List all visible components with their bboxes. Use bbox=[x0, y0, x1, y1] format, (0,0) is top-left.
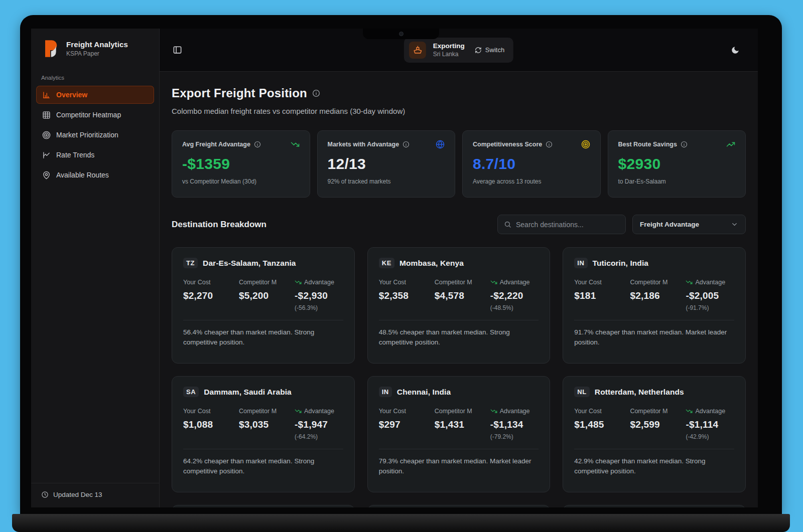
country-code-badge: KE bbox=[379, 258, 394, 268]
advantage-percent: (-91.7%) bbox=[686, 304, 734, 311]
destination-note: 79.3% cheaper than market median. Market… bbox=[379, 456, 539, 477]
info-icon[interactable] bbox=[312, 89, 320, 97]
country-code-badge: NL bbox=[574, 387, 590, 397]
destination-search[interactable] bbox=[497, 215, 626, 234]
dark-mode-toggle-icon[interactable] bbox=[731, 46, 740, 55]
info-icon[interactable] bbox=[403, 141, 410, 148]
your-cost-value: $2,358 bbox=[379, 290, 435, 301]
mode-country: Sri Lanka bbox=[433, 51, 465, 58]
stat-label: Markets with Advantage bbox=[328, 141, 399, 148]
sort-dropdown[interactable]: Freight Advantage bbox=[632, 215, 746, 234]
competitor-value: $5,200 bbox=[239, 290, 295, 301]
info-icon[interactable] bbox=[681, 141, 688, 148]
sidebar-item-icon bbox=[42, 91, 51, 99]
advantage-percent: (-79.2%) bbox=[490, 433, 539, 440]
stat-label: Best Route Savings bbox=[618, 141, 677, 148]
page-title: Export Freight Position bbox=[172, 86, 307, 100]
sidebar-nav: Overview Competitor Heatmap Market Prior… bbox=[31, 86, 159, 184]
your-cost-value: $1,485 bbox=[574, 419, 630, 430]
switch-button[interactable]: Switch bbox=[472, 46, 504, 54]
export-mode-pill: Exporting Sri Lanka Switch bbox=[404, 38, 513, 63]
destination-card[interactable] bbox=[172, 505, 355, 507]
sidebar-toggle-icon[interactable] bbox=[173, 45, 182, 55]
destination-city: Dar-Es-Salaam, Tanzania bbox=[203, 259, 296, 268]
trending-down-icon bbox=[295, 408, 302, 415]
your-cost-value: $1,088 bbox=[183, 419, 239, 430]
sort-selected-value: Freight Advantage bbox=[640, 221, 699, 228]
stat-card: Competitiveness Score 8.7/10 Average acr… bbox=[462, 130, 601, 198]
advantage-percent: (-64.2%) bbox=[295, 433, 343, 440]
competitor-value: $1,431 bbox=[435, 419, 490, 430]
trending-down-icon bbox=[490, 408, 497, 415]
advantage-column: Advantage -$1,947 (-64.2%) bbox=[295, 408, 343, 440]
stat-icon bbox=[581, 140, 590, 149]
your-cost-column: Your Cost $2,358 bbox=[379, 279, 435, 311]
advantage-value: -$2,005 bbox=[686, 290, 734, 301]
sidebar-item-label: Overview bbox=[56, 91, 87, 99]
trending-down-icon bbox=[295, 279, 302, 286]
stat-sublabel: to Dar-Es-Salaam bbox=[618, 178, 736, 185]
stat-icon bbox=[291, 140, 300, 149]
destination-city: Tuticorin, India bbox=[593, 259, 649, 268]
country-code-badge: IN bbox=[574, 258, 587, 268]
sidebar-footer: Updated Dec 13 bbox=[31, 483, 159, 507]
destination-card[interactable]: SA Dammam, Saudi Arabia Your Cost $1,088 bbox=[172, 376, 355, 492]
stat-sublabel: 92% of tracked markets bbox=[328, 178, 445, 185]
competitor-column: Competitor M $2,186 bbox=[630, 279, 686, 311]
advantage-column: Advantage -$1,114 (-42.9%) bbox=[686, 408, 734, 440]
country-code-badge: SA bbox=[183, 387, 199, 397]
stat-value: $2930 bbox=[618, 155, 736, 172]
competitor-value: $2,186 bbox=[630, 290, 686, 301]
topbar: Exporting Sri Lanka Switch bbox=[160, 29, 758, 72]
destination-card[interactable]: TZ Dar-Es-Salaam, Tanzania Your Cost $2,… bbox=[172, 247, 355, 364]
sidebar-item-icon bbox=[42, 151, 51, 159]
sidebar-item-icon bbox=[42, 111, 51, 119]
advantage-percent: (-42.9%) bbox=[686, 433, 734, 440]
country-code-badge: IN bbox=[379, 387, 392, 397]
advantage-column: Advantage -$2,930 (-56.3%) bbox=[295, 279, 343, 311]
sidebar-item[interactable]: Competitor Heatmap bbox=[36, 106, 154, 124]
refresh-icon bbox=[475, 47, 482, 54]
main-area: Exporting Sri Lanka Switch Export Freigh… bbox=[160, 29, 758, 507]
sidebar-item[interactable]: Available Routes bbox=[36, 166, 154, 184]
advantage-value: -$2,220 bbox=[490, 290, 539, 301]
competitor-value: $2,599 bbox=[630, 419, 686, 430]
stat-sublabel: Average across 13 routes bbox=[473, 178, 590, 185]
search-input[interactable] bbox=[516, 221, 619, 229]
competitor-value: $3,035 bbox=[239, 419, 295, 430]
destination-city: Rotterdam, Netherlands bbox=[595, 388, 684, 397]
info-icon[interactable] bbox=[546, 141, 553, 148]
trending-down-icon bbox=[686, 279, 693, 286]
your-cost-column: Your Cost $2,270 bbox=[183, 279, 239, 311]
your-cost-column: Your Cost $1,088 bbox=[183, 408, 239, 440]
destination-card[interactable]: NL Rotterdam, Netherlands Your Cost $1,4… bbox=[563, 376, 746, 492]
app-window: Freight Analytics KSPA Paper Analytics O… bbox=[31, 29, 758, 507]
app-logo-icon bbox=[40, 39, 60, 59]
chevron-down-icon bbox=[731, 221, 738, 228]
destination-grid: TZ Dar-Es-Salaam, Tanzania Your Cost $2,… bbox=[172, 247, 746, 507]
advantage-column: Advantage -$1,134 (-79.2%) bbox=[490, 408, 539, 440]
advantage-percent: (-48.5%) bbox=[490, 304, 539, 311]
clock-icon bbox=[41, 491, 49, 498]
sidebar-item[interactable]: Market Prioritization bbox=[36, 126, 154, 144]
sidebar-item[interactable]: Overview bbox=[36, 86, 154, 104]
stat-value: -$1359 bbox=[182, 155, 300, 172]
competitor-column: Competitor M $1,431 bbox=[435, 408, 490, 440]
destination-card[interactable] bbox=[367, 505, 551, 507]
info-icon[interactable] bbox=[254, 141, 261, 148]
competitor-column: Competitor M $4,578 bbox=[435, 279, 490, 311]
stat-value: 8.7/10 bbox=[473, 155, 590, 172]
sidebar-item-label: Rate Trends bbox=[56, 151, 94, 159]
destination-card[interactable]: KE Mombasa, Kenya Your Cost $2,358 bbox=[367, 247, 551, 364]
your-cost-value: $181 bbox=[574, 290, 630, 301]
destination-card[interactable] bbox=[563, 505, 746, 507]
page-content: Export Freight Position Colombo median f… bbox=[160, 72, 758, 507]
destination-note: 91.7% cheaper than market median. Market… bbox=[574, 327, 734, 348]
advantage-percent: (-56.3%) bbox=[295, 304, 343, 311]
destination-card[interactable]: IN Tuticorin, India Your Cost $181 bbox=[563, 247, 746, 364]
destination-card[interactable]: IN Chennai, India Your Cost $297 bbox=[367, 376, 551, 492]
sidebar-item-icon bbox=[42, 131, 51, 139]
stat-card: Avg Freight Advantage -$1359 vs Competit… bbox=[172, 130, 310, 198]
sidebar-item-label: Competitor Heatmap bbox=[56, 111, 121, 119]
sidebar-item[interactable]: Rate Trends bbox=[36, 146, 154, 164]
